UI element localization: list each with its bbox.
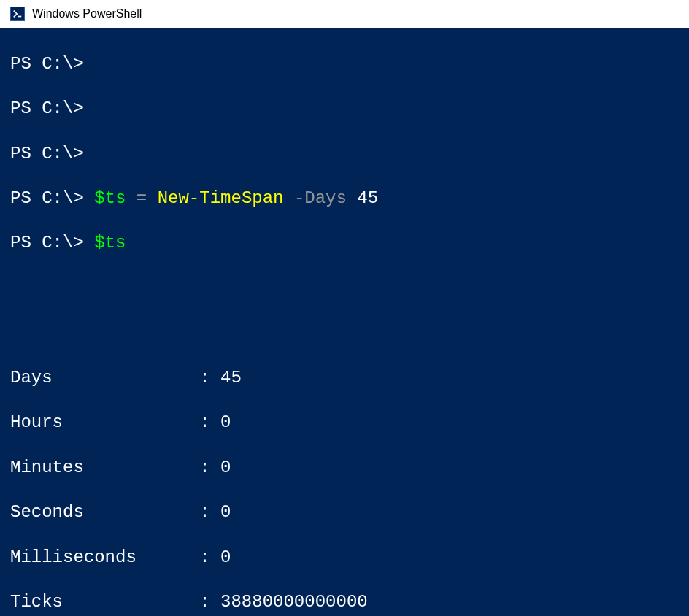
output-row: Hours: 0: [10, 412, 679, 434]
output-key: Hours: [10, 412, 199, 434]
output-colon: :: [199, 367, 220, 390]
blank-line: [10, 322, 679, 344]
variable: $ts: [94, 188, 126, 208]
prompt: PS C:\>: [10, 144, 84, 163]
output-row: Seconds: 0: [10, 501, 679, 524]
terminal-body[interactable]: PS C:\> PS C:\> PS C:\> PS C:\> $ts = Ne…: [0, 28, 689, 616]
cmdlet: New-TimeSpan: [158, 188, 284, 208]
output-value: 0: [220, 501, 231, 524]
output-colon: :: [199, 412, 220, 434]
operator: =: [126, 188, 157, 208]
prompt-line: PS C:\>: [10, 53, 679, 76]
output-row: Days: 45: [10, 367, 679, 390]
output-value: 0: [220, 412, 231, 434]
output-row: Minutes: 0: [10, 457, 679, 480]
output-row: Ticks: 38880000000000: [10, 591, 679, 614]
prompt: PS C:\>: [10, 54, 84, 74]
output-colon: :: [199, 591, 220, 614]
output-colon: :: [199, 501, 220, 524]
prompt: PS C:\>: [10, 233, 94, 253]
output-key: Minutes: [10, 457, 199, 480]
output-key: Milliseconds: [10, 547, 199, 569]
output-value: 0: [220, 547, 231, 569]
prompt: PS C:\>: [10, 188, 94, 208]
argument: 45: [357, 188, 378, 208]
output-value: 45: [220, 367, 242, 390]
blank-line: [10, 277, 679, 300]
command-line: PS C:\> $ts = New-TimeSpan -Days 45: [10, 188, 679, 210]
prompt: PS C:\>: [10, 99, 84, 118]
prompt-line: PS C:\>: [10, 143, 679, 166]
output-key: Ticks: [10, 591, 199, 614]
output-value: 0: [220, 457, 231, 480]
powershell-icon: [10, 7, 25, 21]
parameter: -Days: [283, 188, 357, 208]
output-colon: :: [199, 457, 220, 480]
output-value: 38880000000000: [220, 591, 368, 614]
prompt-line: PS C:\>: [10, 98, 679, 120]
window-titlebar[interactable]: Windows PowerShell: [0, 0, 689, 28]
output-key: Seconds: [10, 501, 199, 524]
command-line: PS C:\> $ts: [10, 232, 679, 255]
output-colon: :: [199, 547, 220, 569]
window-title: Windows PowerShell: [32, 7, 142, 20]
output-row: Milliseconds: 0: [10, 547, 679, 569]
variable: $ts: [94, 233, 126, 253]
output-key: Days: [10, 367, 199, 390]
